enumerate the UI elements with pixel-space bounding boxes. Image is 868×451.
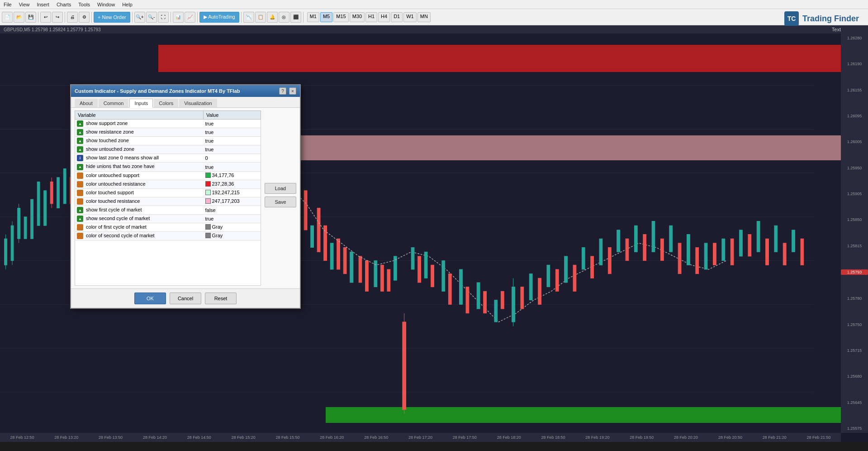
row-icon: ▲ <box>77 207 83 213</box>
autotrading-button[interactable]: ▶ AutoTrading <box>199 12 239 23</box>
param-value-cell: Gray <box>204 232 261 240</box>
tf-d1[interactable]: D1 <box>391 12 403 22</box>
tf-m5[interactable]: M5 <box>320 12 332 22</box>
swatch-box <box>205 198 211 204</box>
dialog-help-button[interactable]: ? <box>279 87 286 95</box>
table-row[interactable]: ▲ show untouched zonetrue <box>75 145 261 154</box>
param-variable-cell: ▲ show resistance zone <box>75 128 204 137</box>
toolbar-btn-new[interactable]: 📄 <box>2 12 13 23</box>
toolbar-btn-chart2[interactable]: 📈 <box>185 12 195 23</box>
tf-m15[interactable]: M15 <box>333 12 348 22</box>
time-tick-8: 28 Feb 16:20 <box>310 435 354 440</box>
price-level-1: 1.26280 <box>841 36 868 40</box>
price-level-5: 1.26005 <box>841 139 868 144</box>
svg-rect-56 <box>547 265 550 287</box>
row-icon: ▲ <box>77 216 83 222</box>
tab-inputs[interactable]: Inputs <box>129 99 153 108</box>
cancel-button[interactable]: Cancel <box>170 293 201 304</box>
menu-view[interactable]: View <box>15 2 33 7</box>
svg-rect-83 <box>626 239 629 260</box>
price-level-9: 1.25815 <box>841 244 868 248</box>
toolbar-btn-open[interactable]: 📂 <box>14 12 24 23</box>
reset-button[interactable]: Reset <box>205 293 237 304</box>
dialog-close-button[interactable]: × <box>289 87 296 95</box>
param-value-cell: 237,28,36 <box>204 180 261 188</box>
indicator-dialog[interactable]: Custom Indicator - Supply and Demand Zon… <box>70 84 301 309</box>
toolbar-btn-save[interactable]: 💾 <box>25 12 36 23</box>
new-order-button[interactable]: + New Order <box>94 12 130 23</box>
row-icon: ■ <box>77 233 83 239</box>
load-button[interactable]: Load <box>265 183 296 194</box>
toolbar-btn-zoom-out[interactable]: 🔍- <box>146 12 157 23</box>
toolbar-btn-misc2[interactable]: 📋 <box>255 12 266 23</box>
menu-charts[interactable]: Charts <box>53 2 75 7</box>
svg-rect-69 <box>774 226 778 252</box>
svg-rect-18 <box>57 178 60 208</box>
table-row[interactable]: ■ color touched support 192,247,215 <box>75 188 261 197</box>
color-swatch: Gray <box>205 233 223 238</box>
toolbar-btn-chart1[interactable]: 📊 <box>173 12 184 23</box>
toolbar-btn-zoom-in[interactable]: 🔍+ <box>134 12 145 23</box>
row-icon: ■ <box>77 181 83 187</box>
toolbar-sep-3 <box>91 12 92 23</box>
table-row[interactable]: ▲ show second cycle of markettrue <box>75 215 261 223</box>
svg-rect-65 <box>704 243 707 269</box>
menu-insert[interactable]: Insert <box>33 2 53 7</box>
toolbar-btn-redo[interactable]: ↪ <box>52 12 63 23</box>
table-row[interactable]: ▲ show support zonetrue <box>75 120 261 128</box>
svg-rect-87 <box>696 248 699 274</box>
table-row[interactable]: ▲ show first cycle of marketfalse <box>75 206 261 214</box>
price-bar: GBPUSD,M5 1.25798 1.25824 1.25779 1.2579… <box>0 25 868 34</box>
table-row[interactable]: ■ color of first cycle of market Gray <box>75 223 261 232</box>
tf-m1[interactable]: M1 <box>307 12 319 22</box>
toolbar-btn-misc5[interactable]: ⬛ <box>290 12 301 23</box>
svg-rect-71 <box>418 256 421 283</box>
save-button[interactable]: Save <box>265 197 296 207</box>
menu-file[interactable]: File <box>0 2 15 7</box>
param-variable-cell: ▲ show support zone <box>75 120 204 128</box>
table-row[interactable]: ■ color of second cycle of market Gray <box>75 232 261 240</box>
svg-rect-50 <box>460 269 463 304</box>
toolbar-btn-print[interactable]: 🖨 <box>67 12 78 23</box>
tf-m30[interactable]: M30 <box>350 12 365 22</box>
price-level-3: 1.26155 <box>841 88 868 92</box>
color-swatch: 237,28,36 <box>205 181 234 187</box>
menu-tools[interactable]: Tools <box>75 2 94 7</box>
svg-rect-81 <box>591 256 594 278</box>
tf-w1[interactable]: W1 <box>403 12 417 22</box>
toolbar-btn-misc1[interactable]: 📉 <box>243 12 254 23</box>
ok-button[interactable]: OK <box>134 293 166 304</box>
tf-h4[interactable]: H4 <box>378 12 390 22</box>
tf-mn[interactable]: MN <box>417 12 431 22</box>
table-row[interactable]: i show last zone 0 means show all0 <box>75 154 261 163</box>
price-level-13: 1.25715 <box>841 348 868 353</box>
parameters-table: Variable Value ▲ show support zonetrue▲ … <box>75 110 261 240</box>
table-row[interactable]: ▲ show resistance zonetrue <box>75 128 261 137</box>
table-row[interactable]: ■ color untouched support 34,177,76 <box>75 171 261 180</box>
row-icon: ■ <box>77 198 83 205</box>
tab-colors[interactable]: Colors <box>154 99 178 107</box>
tab-about[interactable]: About <box>75 99 98 107</box>
toolbar-btn-undo[interactable]: ↩ <box>40 12 51 23</box>
svg-rect-78 <box>538 278 541 304</box>
toolbar-btn-misc4[interactable]: ◎ <box>279 12 289 23</box>
tab-common[interactable]: Common <box>99 99 129 107</box>
toolbar: 📄 📂 💾 ↩ ↪ 🖨 ⚙ + New Order 🔍+ 🔍- ⛶ 📊 📈 ▶ … <box>0 9 868 25</box>
tab-visualization[interactable]: Visualization <box>179 99 217 107</box>
time-tick-15: 28 Feb 19:50 <box>620 435 664 440</box>
table-row[interactable]: ▲ show touched zonetrue <box>75 137 261 145</box>
toolbar-btn-expand[interactable]: ⛶ <box>158 12 169 23</box>
menu-help[interactable]: Help <box>119 2 136 7</box>
svg-rect-76 <box>501 291 504 309</box>
tf-h1[interactable]: H1 <box>365 12 377 22</box>
toolbar-btn-settings[interactable]: ⚙ <box>79 12 90 23</box>
table-row[interactable]: ▲ hide unions that two zone havetrue <box>75 163 261 171</box>
toolbar-btn-misc3[interactable]: 🔔 <box>267 12 278 23</box>
svg-rect-62 <box>652 221 655 252</box>
param-variable-cell: ▲ show second cycle of market <box>75 215 204 223</box>
menu-window[interactable]: Window <box>94 2 119 7</box>
svg-rect-60 <box>617 230 620 252</box>
table-row[interactable]: ■ color untouched resistance 237,28,36 <box>75 180 261 188</box>
table-row[interactable]: ■ color touched resistance 247,177,203 <box>75 197 261 206</box>
svg-rect-15 <box>31 199 33 239</box>
